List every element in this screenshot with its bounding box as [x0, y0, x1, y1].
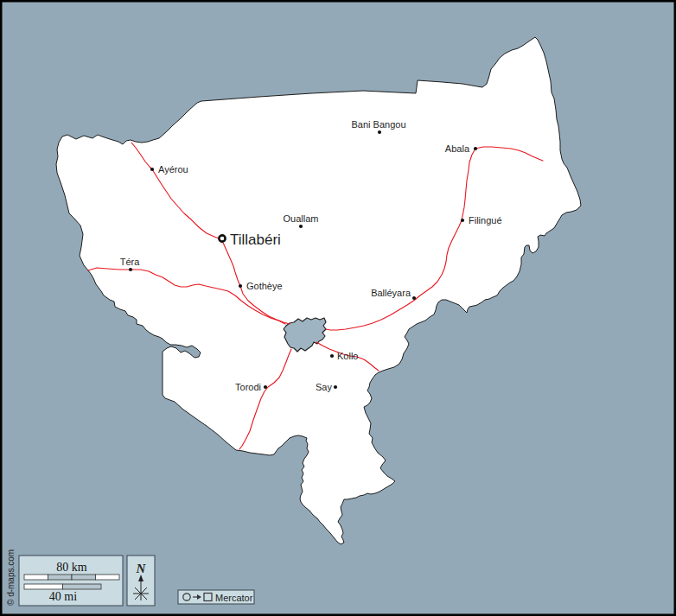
compass-north-label: N [136, 562, 147, 575]
city-label: Torodi [235, 382, 261, 392]
city-label: Abala [445, 143, 470, 154]
scale-panel: 80 km 40 mi [19, 556, 123, 606]
scale-mi-segment [24, 584, 63, 589]
city-dot [330, 354, 334, 358]
map-stage: Bani BangouAbalaAyérouOuallamFilinguéTil… [0, 0, 676, 616]
city-label: Tillabéri [230, 232, 281, 248]
city-label: Téra [120, 257, 141, 267]
city-dot [378, 130, 381, 134]
city-dot [461, 219, 464, 222]
city-balleyara: Balléyara [371, 288, 416, 300]
city-label: Balléyara [371, 288, 411, 298]
city-label: Ayérou [158, 164, 188, 175]
scale-km-segment [96, 575, 120, 580]
scale-bar-mi [24, 584, 101, 589]
city-label: Kollo [337, 351, 358, 361]
capital-city-marker [219, 235, 225, 241]
copyright-label: © d-maps.com [6, 549, 16, 606]
city-label: Filingué [469, 215, 502, 225]
city-label: Bani Bangou [352, 119, 406, 130]
city-label: Say [316, 382, 332, 392]
city-dot [299, 225, 303, 228]
projection-label: Mercator [215, 593, 253, 603]
scale-bar-km [24, 575, 119, 580]
scale-mi-segment [63, 584, 102, 589]
city-dot [129, 268, 132, 271]
city-dot [239, 284, 242, 288]
city-label: Ouallam [284, 213, 319, 224]
compass-panel: N [127, 556, 155, 606]
projection-panel: Mercator [178, 590, 254, 604]
scale-mi-label: 40 mi [49, 590, 77, 603]
scale-km-label: 80 km [56, 561, 87, 574]
scale-km-segment [48, 575, 73, 580]
scale-km-segment [24, 575, 48, 580]
city-dot [412, 296, 416, 300]
scale-km-segment [72, 575, 96, 580]
city-dot [334, 385, 337, 389]
city-dot [264, 385, 267, 389]
city-dot [474, 147, 477, 150]
map-canvas: Bani BangouAbalaAyérouOuallamFilinguéTil… [0, 0, 676, 616]
city-label: Gothèye [246, 281, 283, 291]
city-dot [150, 168, 154, 171]
